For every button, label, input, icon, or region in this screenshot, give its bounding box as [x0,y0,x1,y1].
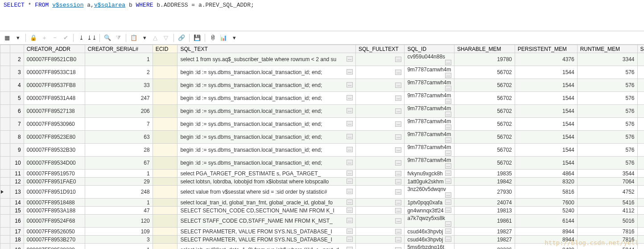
cell-sql_fulltext[interactable]: … [355,178,405,186]
table-row[interactable]: 17000007FF89526050109SELECT PARAMETER, V… [0,228,644,236]
cell-creator_addr[interactable]: 000007FF89533C18 [24,66,85,79]
cell-runtime_mem[interactable]: 576 [577,131,637,144]
cell-runtime_mem[interactable]: 7816 [577,228,637,236]
cell-sharable_mem[interactable]: 32326 [454,244,515,249]
cell-sql_id[interactable]: a7k7qwzy5xs8k… [405,215,454,228]
cell-sql_fulltext[interactable]: … [355,186,405,199]
cell-creator_addr[interactable]: 000007FF89534D00 [24,157,85,170]
cell-sql_id[interactable]: gn4wnnqx3tf24… [405,207,454,215]
cell-sql_id[interactable]: fvkynu9xgck8h… [405,170,454,178]
cell-sql_fulltext[interactable]: … [355,92,405,105]
cell-sor[interactable] [637,186,644,199]
col-header-sharable_mem[interactable]: SHARABLE_MEM [454,45,515,53]
find-icon[interactable]: 🔍 [103,33,112,42]
text-expand-icon[interactable]: … [347,247,353,249]
cell-sql_id[interactable]: 1ptv0pqq0xafa… [405,199,454,207]
cell-sharable_mem[interactable]: 19780 [454,53,515,66]
cell-sql_text[interactable]: begin :id := sys.dbms_transaction.local_… [178,131,355,144]
text-expand-icon[interactable]: … [445,124,451,130]
cell-sql_text[interactable]: select lobtsn, lobrdba, lobobjid from x$… [178,178,355,186]
cell-runtime_mem[interactable]: 7064 [577,178,637,186]
col-header-sql_id[interactable]: SQL_ID [405,45,454,53]
cell-sharable_mem[interactable]: 56702 [454,105,515,118]
grid-icon-dropdown[interactable]: ▾ [13,33,22,42]
clob-expand-icon[interactable]: … [395,57,401,62]
table-row[interactable]: 18000007FF8953B2703SELECT PARAMETER, VAL… [0,236,644,244]
cell-sharable_mem[interactable]: 27930 [454,186,515,199]
fetch-icon[interactable]: ⤓ [77,33,86,42]
cell-creator_serial[interactable]: 109 [85,228,153,236]
results-grid-wrap[interactable]: CREATOR_ADDRCREATOR_SERIAL#ECIDSQL_TEXTS… [0,45,644,249]
table-row[interactable]: 16000007FF89524F68120SELECT STAFF_CODE C… [0,215,644,228]
cell-creator_serial[interactable]: 120 [85,215,153,228]
cell-sql_fulltext[interactable]: … [355,157,405,170]
cell-sql_text[interactable]: begin :id := sys.dbms_transaction.local_… [178,66,355,79]
text-expand-icon[interactable]: … [347,237,353,242]
chart-icon-dropdown[interactable]: ▾ [230,33,239,42]
cell-sql_fulltext[interactable]: … [355,53,405,66]
cell-persistent_mem[interactable]: 1544 [515,131,577,144]
cell-creator_addr[interactable]: 000007FF89523E80 [24,131,85,144]
cell-sql_id[interactable]: csud46x3hpvbj… [405,236,454,244]
text-expand-icon[interactable]: … [347,218,353,223]
cell-sharable_mem[interactable]: 56702 [454,131,515,144]
text-expand-icon[interactable]: … [445,178,451,184]
clob-expand-icon[interactable]: … [395,200,401,205]
cell-sql_text[interactable]: begin :id := sys.dbms_transaction.local_… [178,92,355,105]
clob-expand-icon[interactable]: … [395,229,401,234]
table-row[interactable]: 15000007FF8953A18847SELECT SECTION_CODE … [0,207,644,215]
clob-expand-icon[interactable]: … [395,121,401,127]
cell-persistent_mem[interactable]: 7600 [515,199,577,207]
cell-sharable_mem[interactable]: 19813 [454,207,515,215]
clob-expand-icon[interactable]: … [395,218,401,224]
cell-sharable_mem[interactable]: 19842 [454,178,515,186]
text-expand-icon[interactable]: … [347,178,353,184]
cell-creator_addr[interactable]: 000007FF8951D910 [24,186,85,199]
cell-creator_addr[interactable]: 000007FF89537FB8 [24,79,85,92]
cell-sor[interactable] [637,244,644,249]
table-row[interactable]: 7000007FF895309607begin :id := sys.dbms_… [0,118,644,131]
cell-creator_addr[interactable]: 000007FF89519570 [24,170,85,178]
cell-sor[interactable] [637,199,644,207]
cell-creator_serial[interactable]: 1 [85,170,153,178]
cell-sql_id[interactable]: cv959u044n88s… [405,53,454,66]
cell-creator_serial[interactable]: 47 [85,207,153,215]
text-expand-icon[interactable]: … [347,170,353,176]
cell-sql_text[interactable]: begin :id := sys.dbms_transaction.local_… [178,79,355,92]
text-expand-icon[interactable]: … [347,199,353,205]
cell-creator_serial[interactable]: 29 [85,178,153,186]
text-expand-icon[interactable]: … [445,86,451,91]
cell-sharable_mem[interactable]: 56702 [454,157,515,170]
table-row[interactable]: 9000007FF89532B3028begin :id := sys.dbms… [0,144,644,157]
cell-creator_addr[interactable]: 000007FF89521CB0 [24,53,85,66]
col-header-persistent_mem[interactable]: PERSISTENT_MEM [515,45,577,53]
text-expand-icon[interactable]: … [347,134,353,139]
cell-creator_addr[interactable]: 000007FF89527138 [24,105,85,118]
text-expand-icon[interactable]: … [347,69,353,75]
cell-sql_id[interactable]: csud46x3hpvbj… [405,228,454,236]
cell-persistent_mem[interactable]: 5816 [515,186,577,199]
text-expand-icon[interactable]: … [445,163,451,169]
table-row[interactable]: 3000007FF89533C182begin :id := sys.dbms_… [0,66,644,79]
cell-sql_text[interactable]: begin :id := sys.dbms_transaction.local_… [178,118,355,131]
cell-runtime_mem[interactable]: 5944 [577,244,637,249]
cell-creator_serial[interactable]: 206 [85,105,153,118]
cell-ecid[interactable] [153,236,178,244]
cell-sql_id[interactable]: 9m7787camwh4m… [405,144,454,157]
cell-sql_fulltext[interactable]: … [355,228,405,236]
cell-sql_text[interactable]: select 1 from sys.aq$_subscriber_table w… [178,53,355,66]
cell-ecid[interactable] [153,215,178,228]
cell-sql_text[interactable]: begin :id := sys.dbms_transaction.local_… [178,105,355,118]
cell-runtime_mem[interactable]: 576 [577,118,637,131]
chart-icon[interactable]: 📊 [219,33,228,42]
cell-sql_fulltext[interactable]: … [355,79,405,92]
cell-runtime_mem[interactable]: 4752 [577,186,637,199]
cell-creator_serial[interactable]: 248 [85,186,153,199]
cell-persistent_mem[interactable]: 8944 [515,228,577,236]
cell-sql_fulltext[interactable]: … [355,199,405,207]
cell-runtime_mem[interactable]: 576 [577,105,637,118]
clob-expand-icon[interactable]: … [395,237,401,242]
text-expand-icon[interactable]: … [347,108,353,113]
cell-ecid[interactable] [153,105,178,118]
col-header-runtime_mem[interactable]: RUNTIME_MEM [577,45,637,53]
